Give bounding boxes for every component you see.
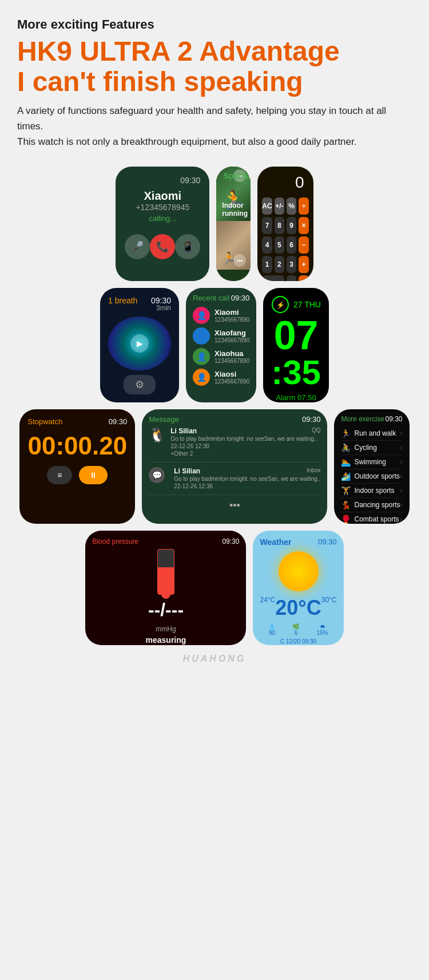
call-time: 09:30 — [125, 176, 200, 185]
calc-dot-button[interactable]: . — [287, 275, 296, 281]
dancing-chevron-icon: › — [400, 501, 403, 509]
exercise-outdoor[interactable]: 🏄 Outdoor sports › — [341, 469, 402, 484]
main-title: HK9 ULTRA 2 Advantage I can't finish spe… — [17, 37, 412, 97]
calc-multiply-button[interactable]: × — [299, 217, 308, 234]
indoor-chevron-icon: › — [400, 487, 403, 495]
msg-extra-1: +Other 2 — [170, 450, 320, 457]
swimming-icon: 🏊 — [341, 457, 351, 467]
watermark: HUAHONG — [17, 654, 412, 664]
breathe-screen: 1 breath 09:30 3min ▶ ⚙ — [100, 288, 179, 402]
stopwatch-list-button[interactable]: ≡ — [47, 466, 72, 484]
alarm-date-text: 27 THU — [293, 300, 321, 309]
weather-wind-icon: 🌿 — [292, 623, 299, 630]
mic-button[interactable]: 🎤 — [125, 234, 150, 259]
exercise-swimming-label: Swimming — [354, 458, 386, 466]
message-button[interactable]: 📱 — [175, 234, 200, 259]
contact-xiaofang[interactable]: 👤 Xiaofang 12345667890 — [193, 327, 249, 345]
calc-percent-button[interactable]: % — [287, 197, 296, 215]
calc-3-button[interactable]: 3 — [287, 256, 296, 273]
calc-7-button[interactable]: 7 — [262, 217, 272, 234]
weather-humidity-value: 90 — [268, 630, 275, 636]
weather-temp-high: 30°C — [321, 596, 337, 620]
alarm-big-hour: 07 — [271, 315, 321, 355]
calc-ac-button[interactable]: AC — [262, 197, 272, 215]
contact-name-xiaosi: Xiaosi — [214, 370, 249, 378]
battery-icon: ⚡ — [272, 296, 289, 313]
bp-reading: --/--- — [92, 599, 239, 621]
contact-xiaomi[interactable]: 👤 Xiaomi 12345667890 — [193, 307, 249, 324]
bp-status: measuring — [92, 635, 239, 645]
msg-preview-1: Go to play badminton tonight. no seeSan,… — [170, 435, 320, 442]
exercise-combat-label: Combat sports — [354, 515, 399, 523]
calc-equals-button[interactable]: = — [299, 275, 308, 281]
thermometer-icon — [157, 549, 174, 595]
call-name: Xiaomi — [125, 189, 200, 203]
sports-activity: Indoor running — [222, 201, 251, 218]
breathe-settings-button[interactable]: ⚙ — [124, 375, 156, 394]
stopwatch-pause-button[interactable]: ⏸ — [79, 466, 108, 484]
calc-8-button[interactable]: 8 — [275, 217, 284, 234]
calc-9-button[interactable]: 9 — [287, 217, 296, 234]
message-item-2[interactable]: 💬 Li Silian Inbox Go to play badminton t… — [149, 467, 320, 495]
dancing-icon: 💃 — [341, 500, 351, 509]
weather-temp-low: 24°C — [260, 596, 275, 620]
avatar-xiaohua: 👤 — [193, 348, 210, 365]
calc-display: 0 — [262, 171, 308, 194]
alarm-screen: ⚡ 27 THU 07 :35 Alarm 07:50 — [263, 288, 329, 402]
weather-time: 09:30 — [318, 538, 337, 547]
section-label: More exciting Features — [17, 17, 412, 32]
calc-divide-button[interactable]: ÷ — [299, 197, 308, 215]
calc-6-button[interactable]: 6 — [287, 236, 296, 254]
calc-plus-button[interactable]: + — [299, 256, 308, 273]
weather-date: C 12/20 09:30 — [260, 638, 336, 645]
weather-humidity-icon: 💧 — [268, 623, 275, 630]
exercise-swimming[interactable]: 🏊 Swimming › — [341, 455, 402, 469]
exercise-cycling[interactable]: 🚴 Cycling › — [341, 441, 402, 455]
msg-sender-1: Li Silian — [170, 427, 197, 435]
outdoor-chevron-icon: › — [400, 472, 403, 480]
indoor-icon: 🏋 — [341, 486, 351, 495]
sports-time: 09:30 — [249, 172, 251, 180]
contact-xiaosi[interactable]: 👤 Xiaosi 12345667890 — [193, 369, 249, 386]
breathe-circle[interactable]: ▶ — [108, 317, 171, 370]
contact-xiaohua[interactable]: 👤 Xiaohua 12345667890 — [193, 348, 249, 365]
title-part2: Advantage — [199, 36, 339, 66]
call-screen: 09:30 Xiaomi +12345678945 calling... 🎤 📞… — [116, 167, 209, 281]
calc-minus-button[interactable]: − — [299, 236, 308, 254]
calc-5-button[interactable]: 5 — [275, 236, 284, 254]
weather-rain-icon: 🌧 — [317, 623, 328, 630]
exercise-run[interactable]: 🏃 Run and walk › — [341, 426, 402, 441]
combat-icon: 🥊 — [341, 515, 351, 524]
calc-2-button[interactable]: 2 — [275, 256, 284, 273]
combat-chevron-icon: › — [400, 515, 403, 523]
msg-app: QQ — [312, 427, 321, 435]
msg-date-2: 22-12-26 12:36 — [174, 483, 320, 490]
row-2: 1 breath 09:30 3min ▶ ⚙ Recent call 09:3… — [100, 288, 329, 402]
exercise-indoor[interactable]: 🏋 Indoor sports › — [341, 484, 402, 498]
weather-wind-value: 6 — [292, 630, 299, 636]
weather-title: Weather — [260, 538, 291, 547]
msg-sender-2: Li Silian — [174, 467, 200, 475]
calc-sign-button[interactable]: +/- — [275, 197, 284, 215]
calc-4-button[interactable]: 4 — [262, 236, 272, 254]
qq-icon: 🐧 — [149, 427, 166, 457]
running-figure: 🏃 — [222, 251, 236, 265]
exercise-combat[interactable]: 🥊 Combat sports › — [341, 512, 402, 524]
exercise-outdoor-label: Outdoor sports — [354, 472, 399, 480]
message-dots: ••• — [149, 500, 320, 512]
bp-title: Blood pressure — [92, 538, 138, 546]
calc-1-button[interactable]: 1 — [262, 256, 272, 273]
swimming-chevron-icon: › — [400, 458, 403, 466]
breathe-play-button[interactable]: ▶ — [130, 334, 149, 353]
message-item-1[interactable]: 🐧 Li Silian QQ Go to play badminton toni… — [149, 427, 320, 463]
message-title: Message — [149, 415, 179, 424]
run-chevron-icon: › — [400, 429, 403, 437]
calc-0-button[interactable]: 0 — [262, 275, 284, 281]
recent-title: Recent call — [193, 294, 229, 302]
exercise-dancing[interactable]: 💃 Dancing sports › — [341, 498, 402, 512]
screens-grid: 09:30 Xiaomi +12345678945 calling... 🎤 📞… — [17, 167, 412, 645]
end-call-button[interactable]: 📞 — [150, 234, 175, 259]
stopwatch-display: 00:00.20 — [27, 432, 127, 460]
sun-icon — [279, 551, 319, 591]
avatar-xiaomi: 👤 — [193, 307, 210, 324]
